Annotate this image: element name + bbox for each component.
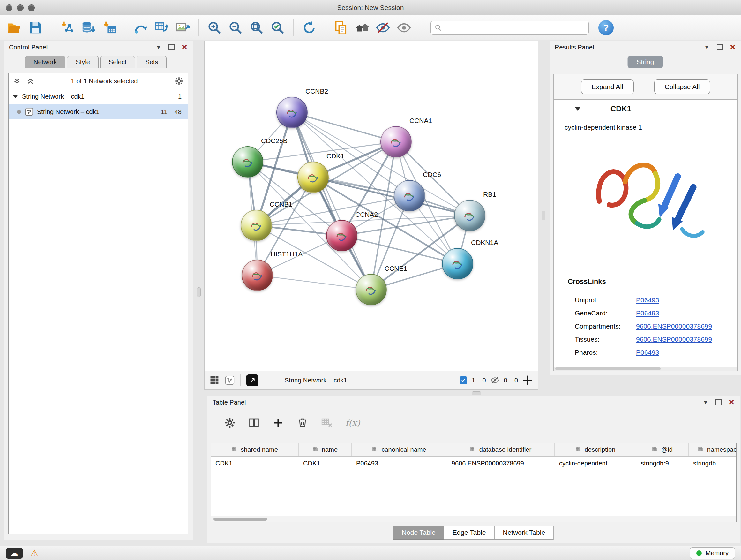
minimize-window-button[interactable] [17,4,23,11]
splitter-handle[interactable] [542,211,545,220]
refresh-view-icon[interactable] [300,18,319,37]
column-header-name[interactable]: name [299,443,352,456]
close-panel-icon[interactable]: ✕ [181,44,188,51]
network-node-cdkn1a[interactable] [442,248,473,279]
cloud-icon[interactable]: ☁ [6,548,23,559]
network-node-cdk1[interactable] [297,162,329,193]
network-node-ccne1[interactable] [355,274,387,305]
column-header-database-identifier[interactable]: database identifier [447,443,555,456]
column-header-description[interactable]: description [555,443,636,456]
network-node-ccna2[interactable] [326,220,357,251]
tab-sets[interactable]: Sets [137,56,166,68]
memory-button[interactable]: Memory [690,547,735,559]
save-session-icon[interactable] [26,18,45,37]
add-column-icon[interactable] [273,417,284,428]
warning-icon[interactable]: ⚠ [30,549,39,558]
copy-document-icon[interactable] [332,18,350,37]
collapse-arrow-icon[interactable] [12,95,18,98]
column-header-namespac[interactable]: namespac [689,443,737,456]
results-scrollbar[interactable] [554,367,737,371]
crosslink-value[interactable]: P06493 [636,296,659,304]
collapse-section-icon[interactable] [575,107,581,111]
table-gear-icon[interactable] [224,417,235,428]
open-session-icon[interactable] [5,18,23,37]
zoom-in-icon[interactable] [205,18,224,37]
import-network-file-icon[interactable] [58,18,76,37]
birdseye-grid-icon[interactable] [210,375,219,385]
clone-network-icon[interactable] [131,18,150,37]
string-network-icon[interactable] [225,375,234,385]
close-panel-icon[interactable]: ✕ [730,44,736,51]
network-edge[interactable] [257,275,371,290]
tab-style[interactable]: Style [67,56,98,68]
panel-menu-icon[interactable]: ▼ [156,44,161,50]
expand-all-button[interactable]: Expand All [581,79,634,94]
search-input[interactable] [445,23,585,32]
import-table-icon[interactable] [100,18,118,37]
column-header-canonical-name[interactable]: canonical name [352,443,447,456]
results-panel: Results Panel ▼ ✕ String Expand All Coll… [549,41,741,375]
crosslink-value[interactable]: P06493 [636,349,659,356]
delete-column-icon[interactable] [297,417,308,428]
float-panel-icon[interactable] [169,44,175,50]
gear-icon[interactable] [175,77,184,85]
network-row[interactable]: String Network – cdk1 11 48 [9,104,188,119]
help-icon[interactable]: ? [598,20,614,36]
network-from-table-icon[interactable] [152,18,171,37]
splitter-handle[interactable] [472,391,481,395]
tab-edge-table[interactable]: Edge Table [444,525,495,540]
float-panel-icon[interactable] [717,44,723,50]
search-box[interactable] [430,21,589,35]
network-edge[interactable] [292,112,371,290]
column-header-shared-name[interactable]: shared name [211,443,299,456]
network-node-ccnb1[interactable] [241,210,272,241]
search-icon [434,24,442,31]
zoom-out-icon[interactable] [226,18,245,37]
float-panel-icon[interactable] [716,399,722,405]
zoom-fit-icon[interactable] [247,18,266,37]
network-node-cdc6[interactable] [394,180,425,211]
open-in-window-icon[interactable] [246,374,259,386]
table-row[interactable]: CDK1CDK1P064939606.ENSP00000378699cyclin… [211,456,736,470]
zoom-selected-icon[interactable] [268,18,287,37]
crosslink-value[interactable]: 9606.ENSP00000378699 [636,335,712,343]
pan-crosshair-icon[interactable] [522,375,533,385]
tab-network[interactable]: Network [25,56,65,68]
close-panel-icon[interactable]: ✕ [728,398,735,406]
node-label-rb1: RB1 [483,191,496,198]
selection-checkbox[interactable] [460,376,467,384]
network-collection-row[interactable]: String Network – cdk1 1 [9,89,188,104]
panel-menu-icon[interactable]: ▼ [704,44,710,50]
table-horizontal-scrollbar[interactable] [211,516,736,522]
network-node-ccna1[interactable] [381,126,412,158]
collapse-all-button[interactable]: Collapse All [654,79,711,94]
crosslink-value[interactable]: 9606.ENSP00000378699 [636,322,712,330]
network-canvas[interactable]: CCNB2CCNA1CDC25BCDK1CDC6RB1CCNB1CCNA2CDK… [205,41,538,371]
tab-string[interactable]: String [628,56,663,68]
splitter-handle[interactable] [197,287,201,297]
column-header-id[interactable]: @id [636,443,689,456]
close-window-button[interactable] [6,4,12,11]
collapse-all-icon[interactable] [26,77,34,85]
import-network-database-icon[interactable] [79,18,97,37]
network-node-cdc25b[interactable] [232,146,263,178]
home-icon[interactable] [353,18,371,37]
network-node-ccnb2[interactable] [276,97,308,128]
network-node-rb1[interactable] [454,200,485,231]
tab-select[interactable]: Select [100,56,135,68]
maximize-window-button[interactable] [28,4,35,11]
hidden-eye-icon[interactable] [490,376,499,385]
show-columns-icon[interactable] [248,417,260,428]
expand-all-icon[interactable] [13,77,21,85]
panel-menu-icon[interactable]: ▼ [703,399,709,405]
crosslink-value[interactable]: P06493 [636,309,659,317]
network-node-hist1h1a[interactable] [242,260,273,291]
tab-network-table[interactable]: Network Table [494,525,554,540]
export-image-icon[interactable] [174,18,192,37]
crosslink-row: Tissues:9606.ENSP00000378699 [575,335,731,343]
tab-node-table[interactable]: Node Table [393,525,444,540]
hide-selected-icon[interactable] [374,18,392,37]
scrollbar-thumb[interactable] [213,517,267,521]
show-eye-icon[interactable] [395,18,413,37]
table-cell: 9606.ENSP00000378699 [447,456,555,470]
